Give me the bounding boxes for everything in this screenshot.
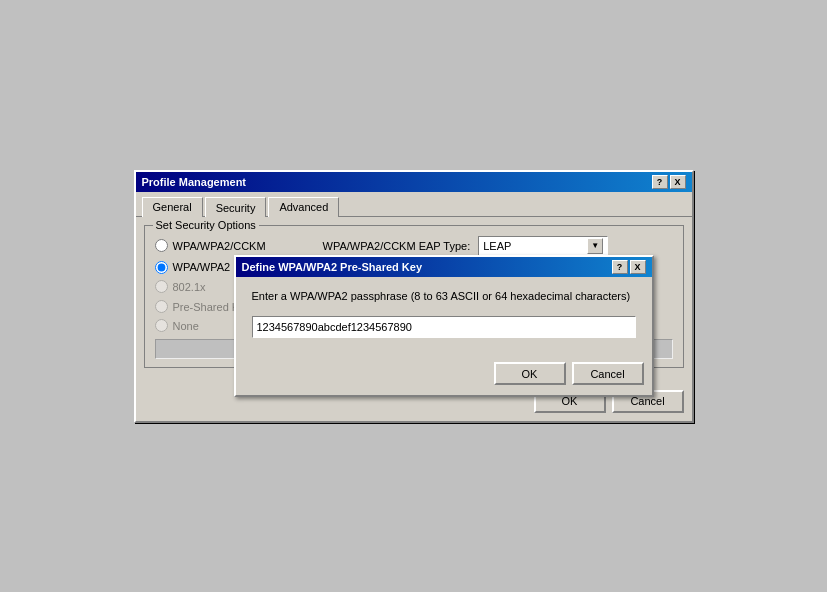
modal-ok-button[interactable]: OK — [494, 362, 566, 385]
modal-close-button[interactable]: X — [630, 260, 646, 274]
modal-help-button[interactable]: ? — [612, 260, 628, 274]
modal-footer: OK Cancel — [236, 358, 652, 395]
modal-title: Define WPA/WPA2 Pre-Shared Key — [242, 261, 423, 273]
modal-title-bar: Define WPA/WPA2 Pre-Shared Key ? X — [236, 257, 652, 277]
modal-overlay: Define WPA/WPA2 Pre-Shared Key ? X Enter… — [136, 172, 692, 421]
modal-description: Enter a WPA/WPA2 passphrase (8 to 63 ASC… — [252, 289, 636, 304]
modal-dialog: Define WPA/WPA2 Pre-Shared Key ? X Enter… — [234, 255, 654, 397]
modal-content: Enter a WPA/WPA2 passphrase (8 to 63 ASC… — [236, 277, 652, 358]
modal-title-controls: ? X — [612, 260, 646, 274]
passphrase-input[interactable] — [252, 316, 636, 338]
main-dialog: Profile Management ? X General Security … — [134, 170, 694, 423]
modal-cancel-button[interactable]: Cancel — [572, 362, 644, 385]
